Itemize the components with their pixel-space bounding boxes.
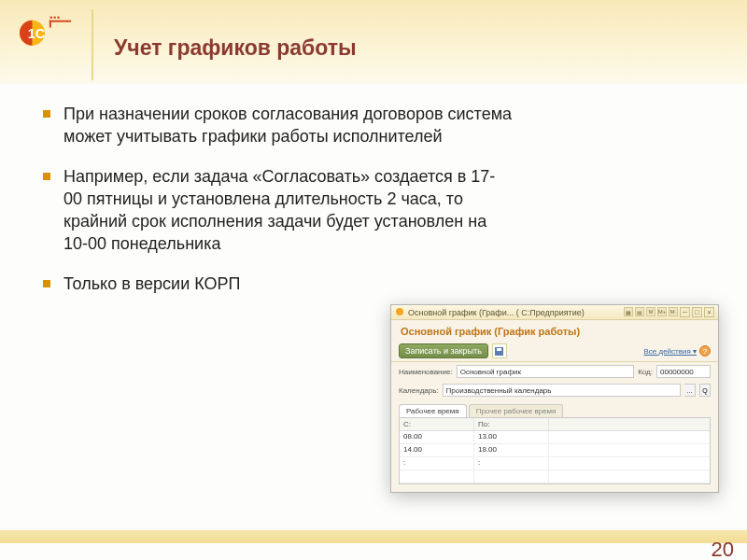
bullet-marker xyxy=(43,173,50,180)
toolbar-mini-icon[interactable]: ▤ xyxy=(635,307,644,316)
all-actions-link[interactable]: Все действия ▾ xyxy=(643,347,697,356)
svg-point-7 xyxy=(396,308,403,315)
toolbar-mini-icon[interactable]: ▦ xyxy=(624,307,633,316)
cell-from: : xyxy=(400,457,474,469)
app-icon xyxy=(395,307,404,318)
tab-other-time[interactable]: Прочее рабочее время xyxy=(469,404,564,417)
svg-rect-9 xyxy=(497,348,501,351)
name-label: Наименование: xyxy=(399,368,453,376)
bullet-list: При назначении сроков согласования догов… xyxy=(0,84,551,295)
bullet-item: При назначении сроков согласования догов… xyxy=(43,103,514,148)
bullet-marker xyxy=(43,110,50,118)
svg-rect-3 xyxy=(49,21,51,28)
form-row-name: Наименование: Код: xyxy=(391,362,718,381)
save-icon-button[interactable] xyxy=(492,343,507,358)
table-row[interactable]: 08.00 13.00 xyxy=(400,431,710,444)
bullet-item: Например, если задача «Согласовать» созд… xyxy=(43,165,514,256)
cell-to xyxy=(474,470,549,483)
maximize-button[interactable]: □ xyxy=(692,307,702,317)
code-input[interactable] xyxy=(656,365,711,378)
cell-from: 14.00 xyxy=(400,444,474,456)
col-from: С: xyxy=(400,418,474,430)
window-title: Основной график (Графи... ( С:Предприяти… xyxy=(408,308,585,317)
minimize-button[interactable]: ─ xyxy=(680,307,690,317)
slide-title: Учет графиков работы xyxy=(114,35,357,61)
svg-rect-2 xyxy=(49,21,71,22)
svg-text:1C: 1C xyxy=(28,26,46,41)
calendar-clear-button[interactable]: Q xyxy=(699,384,711,397)
tab-work-time[interactable]: Рабочее время xyxy=(399,404,467,417)
cell-from: 08.00 xyxy=(400,431,474,443)
calendar-picker-button[interactable]: … xyxy=(684,384,696,397)
code-label: Код: xyxy=(638,368,653,376)
calendar-value: Производственный календарь xyxy=(446,386,552,395)
svg-point-6 xyxy=(57,17,60,20)
toolbar-mini-icon[interactable]: M- xyxy=(669,307,678,316)
titlebar: Основной график (Графи... ( С:Предприяти… xyxy=(391,305,718,320)
toolbar-mini-icon[interactable]: M xyxy=(646,307,655,316)
work-time-table: С: По: 08.00 13.00 14.00 18.00 : : xyxy=(399,417,711,484)
table-row[interactable]: : : xyxy=(400,457,710,470)
bullet-marker xyxy=(43,280,50,287)
table-row[interactable] xyxy=(400,470,710,483)
svg-point-5 xyxy=(53,17,56,20)
app-window: Основной график (Графи... ( С:Предприяти… xyxy=(390,304,719,493)
bullet-text: Только в версии КОРП xyxy=(63,273,240,295)
bullet-text: При назначении сроков согласования догов… xyxy=(63,103,514,148)
bullet-item: Только в версии КОРП xyxy=(43,273,514,295)
toolbar-mini-icon[interactable]: M+ xyxy=(657,307,667,316)
table-row[interactable]: 14.00 18.00 xyxy=(400,444,710,457)
slide-header: 1C Учет графиков работы xyxy=(0,0,747,84)
cell-to: 13.00 xyxy=(474,431,549,443)
form-row-calendar: Календарь: Производственный календарь … … xyxy=(391,381,718,399)
cell-to: 18.00 xyxy=(474,444,549,456)
calendar-label: Календарь: xyxy=(399,386,439,395)
footer-band xyxy=(0,530,747,543)
cell-from xyxy=(400,470,474,483)
save-and-close-button[interactable]: Записать и закрыть xyxy=(399,343,488,358)
bullet-text: Например, если задача «Согласовать» созд… xyxy=(63,165,514,256)
tabs: Рабочее время Прочее рабочее время xyxy=(391,399,718,417)
close-button[interactable]: × xyxy=(704,307,714,317)
help-button[interactable]: ? xyxy=(699,345,711,357)
cell-to: : xyxy=(474,457,549,469)
name-input[interactable] xyxy=(457,365,634,378)
page-number: 20 xyxy=(712,538,734,560)
toolbar: Записать и закрыть Все действия ▾ ? xyxy=(391,341,718,362)
logo-1c: 1C xyxy=(0,7,92,49)
svg-point-4 xyxy=(50,17,53,20)
calendar-select[interactable]: Производственный календарь xyxy=(443,384,681,397)
header-divider xyxy=(92,9,93,80)
window-subtitle: Основной график (График работы) xyxy=(391,320,718,341)
col-to: По: xyxy=(474,418,549,430)
